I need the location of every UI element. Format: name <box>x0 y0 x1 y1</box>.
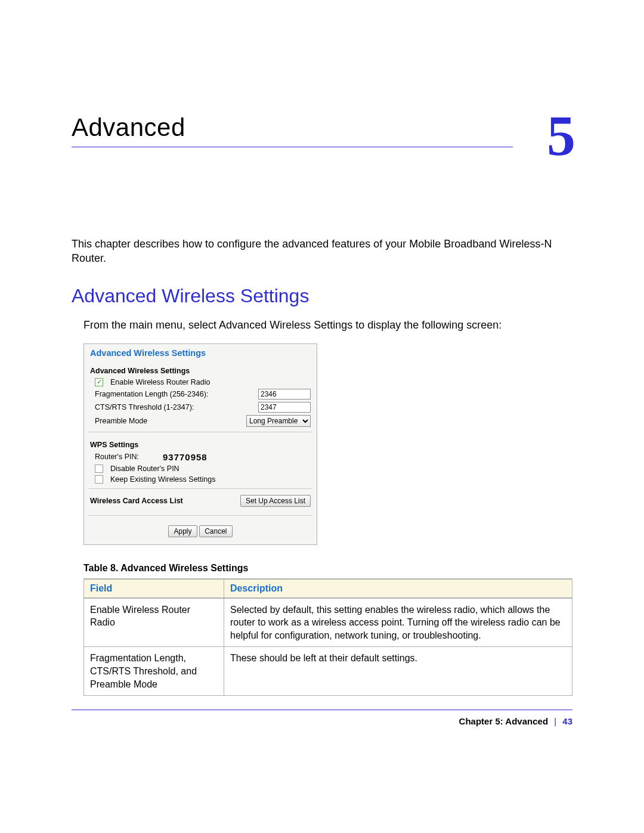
apply-button[interactable]: Apply <box>168 525 197 537</box>
row-ctsrts: CTS/RTS Threshold (1-2347): <box>84 401 317 414</box>
ctsrts-label: CTS/RTS Threshold (1-2347): <box>90 403 253 411</box>
enable-radio-checkbox[interactable]: ✓ <box>95 378 103 386</box>
settings-table: Field Description Enable Wireless Router… <box>83 578 572 696</box>
disable-pin-label: Disable Router's PIN <box>110 465 179 473</box>
row-preamble: Preamble Mode Long Preamble <box>84 414 317 428</box>
group-wps-title: WPS Settings <box>84 436 317 451</box>
table-row: Enable Wireless Router Radio Selected by… <box>84 598 572 647</box>
footer-rule <box>72 710 572 710</box>
footer-sep: | <box>550 716 560 726</box>
row-keep-existing: Keep Existing Wireless Settings <box>84 474 317 485</box>
disable-pin-checkbox[interactable] <box>95 465 103 473</box>
group-access-title: Wireless Card Access List <box>90 497 183 505</box>
section-intro: From the main menu, select Advanced Wire… <box>83 319 572 332</box>
row-router-pin: Router's PIN: 93770958 <box>84 451 317 463</box>
cancel-button[interactable]: Cancel <box>199 525 232 537</box>
chapter-title: Advanced <box>72 113 572 142</box>
footer-page-number: 43 <box>562 716 572 726</box>
setup-access-list-button[interactable]: Set Up Access List <box>240 495 311 507</box>
settings-screenshot: Advanced Wireless Settings Advanced Wire… <box>83 343 317 545</box>
divider <box>89 515 312 516</box>
router-pin-label: Router's PIN: <box>90 453 139 461</box>
action-row: Apply Cancel <box>84 519 317 544</box>
cell-desc: These should be left at their default se… <box>224 647 572 696</box>
router-pin-value: 93770958 <box>139 452 311 462</box>
divider <box>89 432 312 432</box>
col-field: Field <box>84 579 224 598</box>
table-header-row: Field Description <box>84 579 572 598</box>
footer-chapter: Chapter 5: Advanced <box>459 716 548 726</box>
preamble-select[interactable]: Long Preamble <box>246 415 311 427</box>
cell-field: Enable Wireless Router Radio <box>84 598 224 647</box>
row-frag: Fragmentation Length (256-2346): <box>84 388 317 401</box>
chapter-intro: This chapter describes how to configure … <box>72 237 572 266</box>
table-row: Fragmentation Length, CTS/RTS Threshold,… <box>84 647 572 696</box>
preamble-label: Preamble Mode <box>90 417 242 425</box>
page-footer: Chapter 5: Advanced | 43 <box>72 710 572 726</box>
cell-desc: Selected by default, this setting enable… <box>224 598 572 647</box>
panel-title: Advanced Wireless Settings <box>84 344 317 362</box>
row-disable-pin: Disable Router's PIN <box>84 463 317 474</box>
frag-label: Fragmentation Length (256-2346): <box>90 390 253 398</box>
divider <box>89 488 312 489</box>
row-enable-radio: ✓ Enable Wireless Router Radio <box>84 377 317 388</box>
group-advanced-title: Advanced Wireless Settings <box>84 362 317 377</box>
keep-existing-checkbox[interactable] <box>95 475 103 484</box>
ctsrts-input[interactable] <box>258 402 311 413</box>
cell-field: Fragmentation Length, CTS/RTS Threshold,… <box>84 647 224 696</box>
table-caption: Table 8. Advanced Wireless Settings <box>83 563 572 574</box>
keep-existing-label: Keep Existing Wireless Settings <box>110 475 215 484</box>
enable-radio-label: Enable Wireless Router Radio <box>110 378 210 386</box>
chapter-number: 5 <box>547 107 575 165</box>
col-description: Description <box>224 579 572 598</box>
section-heading: Advanced Wireless Settings <box>72 285 572 307</box>
row-access-list: Wireless Card Access List Set Up Access … <box>84 493 317 512</box>
frag-input[interactable] <box>258 389 311 400</box>
title-rule <box>72 147 513 147</box>
